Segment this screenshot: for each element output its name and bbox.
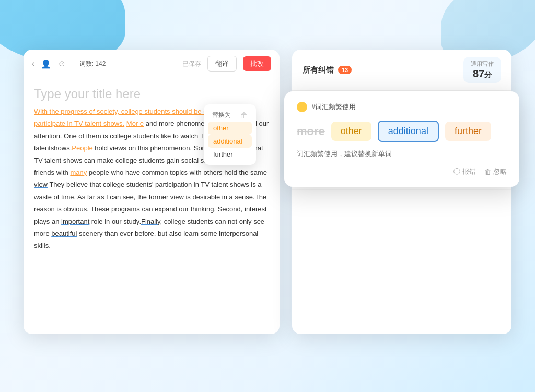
panel-header: 所有纠错 13 通用写作 87分: [292, 50, 511, 91]
ignore-icon: 🗑: [484, 168, 491, 176]
divider: [73, 60, 73, 68]
score-value: 87分: [471, 68, 494, 80]
vocab-words: more other additional further: [297, 121, 507, 142]
error-count-badge: 13: [338, 66, 352, 74]
people-text: People: [72, 144, 92, 152]
vocab-tag: #词汇频繁使用: [311, 102, 356, 112]
report-icon: ⓘ: [453, 167, 460, 176]
user-icon[interactable]: 👤: [41, 59, 51, 69]
many-text: many: [70, 169, 87, 176]
word-count: 词数: 142: [79, 60, 106, 68]
replace-option-other[interactable]: other: [208, 122, 252, 135]
vocab-card-header: #词汇频繁使用: [297, 102, 507, 112]
replace-option-additional[interactable]: additional: [208, 135, 252, 148]
saved-indicator: 已保存: [182, 60, 201, 68]
replace-option-further[interactable]: further: [208, 148, 252, 161]
report-button[interactable]: ⓘ 报错: [453, 167, 476, 176]
word-chip-further[interactable]: further: [445, 122, 491, 141]
important-text: important: [61, 218, 89, 225]
translate-button[interactable]: 翻译: [207, 56, 237, 72]
review-button[interactable]: 批改: [243, 56, 271, 71]
original-word-strikethrough: more: [297, 125, 325, 138]
replace-label: 替换为: [212, 111, 231, 120]
beautiful-text: beautiful: [51, 230, 77, 237]
context-menu: 替换为 🗑 other additional further: [204, 104, 256, 165]
editor-title-placeholder[interactable]: Type your title here: [24, 78, 280, 105]
vocab-card: #词汇频繁使用 more other additional further 词汇…: [284, 91, 519, 187]
back-icon[interactable]: ‹: [32, 59, 34, 68]
text-more2: people who have common topics with other…: [87, 169, 267, 176]
delete-icon[interactable]: 🗑: [240, 111, 248, 120]
vocab-description: 词汇频繁使用，建议替换新单词: [297, 149, 507, 159]
context-menu-header: 替换为 🗑: [208, 109, 252, 122]
editor-toolbar: ‹ 👤 ☺ 词数: 142 已保存 翻译 批改: [24, 50, 280, 78]
report-label: 报错: [462, 167, 476, 176]
score-mini-card: 通用写作 87分: [463, 57, 501, 83]
score-label: 通用写作: [471, 60, 494, 68]
word-chip-other[interactable]: other: [331, 122, 371, 141]
talentshows-text: talentshows.: [34, 144, 72, 152]
panel-title: 所有纠错: [303, 65, 334, 75]
text-rest1: They believe that college students' part…: [34, 181, 262, 200]
view-text: view: [34, 181, 48, 188]
ignore-button[interactable]: 🗑 忽略: [484, 167, 507, 176]
text-role: role in our study.: [89, 218, 141, 225]
more-text: Mor e: [126, 120, 144, 127]
ignore-label: 忽略: [493, 167, 507, 176]
vocab-actions: ⓘ 报错 🗑 忽略: [297, 167, 507, 176]
word-chip-additional[interactable]: additional: [378, 121, 439, 142]
vocab-warning-icon: [297, 102, 307, 112]
editor-card: ‹ 👤 ☺ 词数: 142 已保存 翻译 批改 Type your title …: [24, 50, 280, 334]
finally-text: Finally,: [141, 218, 162, 225]
emoji-icon[interactable]: ☺: [57, 59, 66, 68]
